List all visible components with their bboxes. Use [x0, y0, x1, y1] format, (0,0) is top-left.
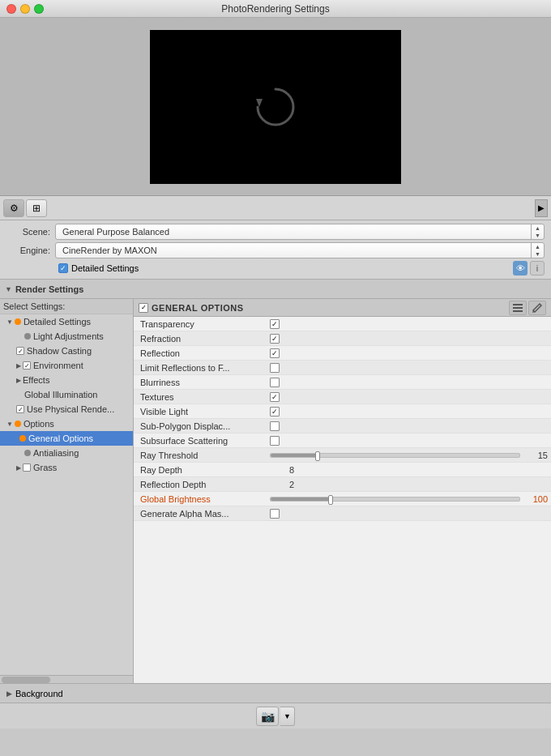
sidebar-item-general-options[interactable]: General Options — [0, 431, 133, 446]
property-name: Sub-Polygon Displac... — [140, 421, 270, 431]
grid-button[interactable]: ⊞ — [26, 199, 47, 217]
panel-header-icons — [509, 301, 546, 315]
refraction-checkbox[interactable]: ✓ — [270, 334, 280, 344]
properties-table: Transparency ✓ Refraction ✓ Reflection ✓ — [134, 317, 551, 683]
sidebar-item-antialiasing[interactable]: Antialiasing — [0, 446, 133, 460]
property-value — [270, 421, 548, 431]
sidebar-scrollbar[interactable] — [0, 675, 133, 683]
ray-threshold-slider[interactable] — [270, 453, 520, 458]
sidebar-item-shadow-casting[interactable]: ✓ Shadow Casting — [0, 344, 133, 358]
item-label: Use Physical Rende... — [27, 404, 114, 414]
edit-button[interactable] — [528, 301, 546, 315]
limit-reflections-checkbox[interactable] — [270, 363, 280, 373]
render-settings-title: Render Settings — [15, 284, 83, 294]
subsurface-scattering-checkbox[interactable] — [270, 436, 280, 446]
sidebar-item-detailed-settings[interactable]: ▼ Detailed Settings — [0, 314, 133, 329]
sidebar-item-grass[interactable]: ▶ Grass — [0, 460, 133, 475]
property-value: ✓ — [270, 407, 548, 416]
bottom-triangle-icon[interactable]: ▶ — [6, 690, 12, 698]
sidebar-item-use-physical-render[interactable]: ✓ Use Physical Rende... — [0, 402, 133, 416]
render-settings-toggle[interactable]: ▼ — [5, 285, 12, 293]
property-name: Subsurface Scattering — [140, 436, 270, 446]
scene-up-arrow[interactable]: ▲ — [532, 224, 544, 232]
camera-toolbar: 📷 ▼ — [0, 703, 551, 728]
property-value: ✓ — [270, 392, 548, 402]
panel-title: GENERAL OPTIONS — [152, 303, 244, 313]
sub-polygon-checkbox[interactable] — [270, 421, 280, 431]
item-checkbox[interactable]: ✓ — [16, 347, 24, 355]
sidebar-item-environment[interactable]: ▶ ✓ Environment — [0, 358, 133, 373]
ray-threshold-value: 15 — [523, 451, 548, 460]
property-row-reflection-depth: Reflection Depth 2 — [134, 477, 551, 492]
visible-light-checkbox[interactable]: ✓ — [270, 407, 280, 416]
scene-row: Scene: General Purpose Balanced ▲ ▼ — [6, 224, 545, 240]
bottom-bar: ▶ Background — [0, 683, 551, 703]
generate-alpha-checkbox[interactable] — [270, 509, 280, 519]
svg-marker-0 — [256, 99, 263, 107]
engine-down-arrow[interactable]: ▼ — [532, 250, 544, 258]
settings-section: Scene: General Purpose Balanced ▲ ▼ Engi… — [0, 220, 551, 280]
engine-select[interactable]: CineRender by MAXON ▲ ▼ — [55, 242, 545, 258]
scene-value: General Purpose Balanced — [59, 227, 540, 237]
maximize-button[interactable] — [34, 4, 44, 14]
transparency-checkbox[interactable]: ✓ — [270, 319, 280, 329]
property-value: 2 — [270, 480, 548, 489]
camera-button[interactable]: 📷 — [256, 707, 279, 726]
select-settings-label: Select Settings: — [0, 299, 133, 314]
global-brightness-slider[interactable] — [270, 497, 520, 502]
minimize-button[interactable] — [20, 4, 30, 14]
grid-icon: ⊞ — [32, 203, 41, 214]
expand-icon: ▶ — [16, 464, 21, 472]
right-panel: ✓ GENERAL OPTIONS — [134, 299, 551, 683]
reflection-checkbox[interactable]: ✓ — [270, 348, 280, 358]
item-label: General Options — [28, 434, 93, 443]
engine-row: Engine: CineRender by MAXON ▲ ▼ — [6, 242, 545, 258]
preview-canvas — [150, 30, 401, 184]
item-label: Options — [23, 419, 54, 429]
scene-select[interactable]: General Purpose Balanced ▲ ▼ — [55, 224, 545, 240]
textures-checkbox[interactable]: ✓ — [270, 392, 280, 402]
list-view-button[interactable] — [509, 301, 527, 315]
blurriness-checkbox[interactable] — [270, 378, 280, 387]
engine-up-arrow[interactable]: ▲ — [532, 243, 544, 250]
camera-dropdown-button[interactable]: ▼ — [280, 707, 295, 726]
property-value: ✓ — [270, 334, 548, 344]
property-name: Ray Threshold — [140, 451, 270, 460]
gear-button[interactable]: ⚙ — [3, 199, 24, 217]
property-name: Blurriness — [140, 378, 270, 387]
item-checkbox[interactable]: ✓ — [16, 405, 24, 413]
item-checkbox[interactable] — [23, 463, 31, 472]
scene-down-arrow[interactable]: ▼ — [532, 232, 544, 239]
detailed-settings-label: Detailed Settings — [71, 263, 139, 273]
sidebar-item-effects[interactable]: ▶ Effects — [0, 373, 133, 387]
property-value — [270, 436, 548, 446]
panel-checkbox[interactable]: ✓ — [139, 303, 148, 313]
property-name: Limit Reflections to F... — [140, 363, 270, 373]
expand-icon: ▶ — [16, 362, 21, 369]
property-row-global-brightness: Global Brightness 100 — [134, 492, 551, 506]
sidebar-item-global-illumination[interactable]: Global Illumination — [0, 387, 133, 402]
property-value: 8 — [270, 465, 548, 475]
engine-stepper[interactable]: ▲ ▼ — [531, 243, 544, 258]
eye-button[interactable]: 👁 — [513, 261, 528, 275]
detailed-settings-checkbox[interactable]: ✓ — [58, 263, 68, 273]
engine-label: Engine: — [6, 246, 55, 255]
property-row-textures: Textures ✓ — [134, 390, 551, 404]
arrow-button[interactable]: ▶ — [535, 199, 548, 217]
scene-stepper[interactable]: ▲ ▼ — [531, 224, 544, 239]
info-button[interactable]: i — [530, 261, 545, 275]
sidebar-item-options[interactable]: ▼ Options — [0, 416, 133, 431]
property-row-generate-alpha: Generate Alpha Mas... — [134, 506, 551, 521]
property-name: Reflection — [140, 348, 270, 358]
property-value — [270, 363, 548, 373]
info-icons: 👁 i — [513, 261, 545, 275]
sidebar-item-light-adjustments[interactable]: Light Adjustments — [0, 329, 133, 344]
scrollbar-thumb[interactable] — [2, 677, 50, 683]
toolbar-row: ⚙ ⊞ ▶ — [0, 196, 551, 220]
item-checkbox[interactable]: ✓ — [23, 361, 31, 369]
property-row-refraction: Refraction ✓ — [134, 331, 551, 346]
close-button[interactable] — [6, 4, 16, 14]
property-value — [270, 378, 548, 387]
property-name: Ray Depth — [140, 465, 270, 475]
item-label: Antialiasing — [33, 448, 79, 458]
